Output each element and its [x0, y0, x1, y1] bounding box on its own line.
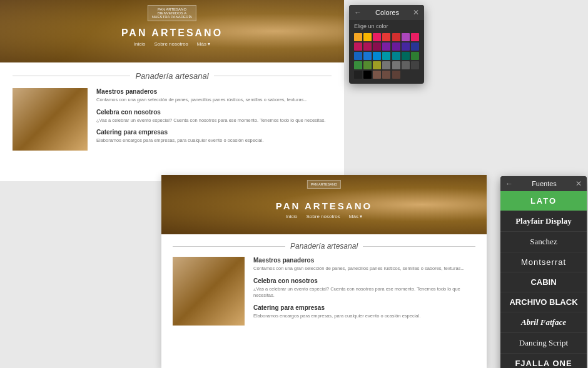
color-swatch[interactable]: [354, 61, 362, 69]
fg-item-2-desc: ¿Vas a celebrar un evento especial? Cuen…: [253, 286, 475, 299]
fonts-back-button[interactable]: ←: [505, 180, 513, 187]
font-item-dancing[interactable]: Dancing Script: [500, 333, 587, 354]
fonts-panel-title: Fuentes: [532, 180, 557, 187]
fg-nav-mas[interactable]: Más ▾: [349, 214, 362, 219]
colors-panel-header: ← Colores ✕: [349, 5, 424, 20]
color-swatch[interactable]: [382, 33, 390, 41]
fg-item-3-title: Catering para empresas: [253, 304, 475, 311]
color-swatch[interactable]: [402, 33, 410, 41]
color-swatch[interactable]: [382, 52, 390, 60]
fg-item-3-desc: Elaboramos encargos para empresas, para …: [253, 313, 475, 320]
color-swatch[interactable]: [363, 33, 372, 41]
colors-panel-title: Colores: [375, 9, 399, 16]
color-swatch[interactable]: [411, 33, 419, 41]
fg-item-1-title: Maestros panaderos: [253, 257, 475, 264]
color-swatch[interactable]: [392, 71, 400, 79]
fonts-close-button[interactable]: ✕: [575, 180, 582, 187]
color-swatch[interactable]: [392, 52, 400, 60]
color-swatch[interactable]: [411, 42, 419, 51]
color-swatch[interactable]: [363, 71, 372, 79]
bg-section-title: Panadería artesanal: [13, 71, 332, 81]
bg-item-1-desc: Contamos con una gran selección de panes…: [96, 97, 332, 104]
color-swatch[interactable]: [354, 33, 362, 41]
color-swatch[interactable]: [373, 33, 381, 41]
fonts-panel: ← Fuentes ✕ LATOPlayfair DisplaySanchezM…: [500, 176, 587, 368]
fg-text-items: Maestros panaderos Contamos con una gran…: [253, 257, 475, 326]
color-swatch[interactable]: [363, 42, 372, 51]
bg-text-items: Maestros panaderos Contamos con una gran…: [96, 88, 332, 151]
font-item-archivo-black[interactable]: ARCHIVO BLACK: [500, 292, 587, 312]
color-swatch[interactable]: [373, 61, 381, 69]
font-item-abril[interactable]: Abril Fatface: [500, 312, 587, 333]
fg-nav-inicio[interactable]: Inicio: [286, 214, 298, 219]
color-swatch[interactable]: [411, 61, 419, 69]
bg-nav-mas[interactable]: Más ▾: [197, 41, 210, 47]
color-swatch[interactable]: [363, 61, 372, 69]
color-swatch[interactable]: [382, 61, 390, 69]
font-item-lato[interactable]: LATO: [500, 191, 587, 211]
color-swatch[interactable]: [402, 61, 410, 69]
colors-close-button[interactable]: ✕: [413, 9, 419, 16]
color-swatch[interactable]: [354, 42, 362, 51]
bg-hero-badge: PAN ARTESANO BIENVENIDOS A NUESTRA PANAD…: [148, 5, 196, 21]
fg-item-1-desc: Contamos con una gran selección de panes…: [253, 266, 475, 272]
bg-nav-sobre[interactable]: Sobre nosotros: [155, 41, 188, 47]
colors-back-button[interactable]: ←: [354, 9, 362, 16]
bg-item-3-desc: Elaboramos encargos para empresas, para …: [96, 137, 332, 144]
color-swatch[interactable]: [354, 71, 362, 79]
color-grid: [349, 32, 424, 84]
color-swatch[interactable]: [354, 52, 362, 60]
color-swatch[interactable]: [402, 42, 410, 51]
bg-item-2-title: Celebra con nosotros: [96, 109, 332, 116]
colors-panel: ← Colores ✕ Elige un color: [349, 5, 424, 84]
color-swatch[interactable]: [363, 52, 372, 60]
bg-hero-nav: Inicio Sobre nosotros Más ▾: [134, 41, 210, 47]
font-item-cabin[interactable]: CABIN: [500, 272, 587, 292]
fg-hero: PAN ARTESANO PAN ARTESANO Inicio Sobre n…: [161, 175, 487, 234]
fg-two-col: Maestros panaderos Contamos con una gran…: [173, 257, 475, 326]
bg-hero-title: PAN ARTESANO: [121, 27, 223, 39]
fg-hero-title: PAN ARTESANO: [276, 201, 372, 211]
bg-image: [13, 88, 88, 151]
color-swatch[interactable]: [392, 33, 400, 41]
font-list: LATOPlayfair DisplaySanchezMontserratCAB…: [500, 191, 587, 368]
font-item-playfair[interactable]: Playfair Display: [500, 211, 587, 232]
fg-hero-nav: Inicio Sobre nosotros Más ▾: [286, 214, 362, 219]
fg-item-2-title: Celebra con nosotros: [253, 277, 475, 284]
color-swatch[interactable]: [392, 42, 400, 51]
bg-item-1-title: Maestros panaderos: [96, 88, 332, 95]
font-item-sanchez[interactable]: Sanchez: [500, 232, 587, 252]
color-swatch[interactable]: [382, 42, 390, 51]
bg-website: PAN ARTESANO BIENVENIDOS A NUESTRA PANAD…: [0, 0, 344, 181]
bg-hero: PAN ARTESANO BIENVENIDOS A NUESTRA PANAD…: [0, 0, 344, 62]
font-item-montserrat[interactable]: Montserrat: [500, 252, 587, 272]
font-item-fjalla[interactable]: FJALLA ONE: [500, 354, 587, 368]
fg-content: Panadería artesanal Maestros panaderos C…: [161, 234, 487, 333]
color-swatch[interactable]: [392, 61, 400, 69]
bg-content: Panadería artesanal Maestros panaderos C…: [0, 62, 344, 159]
color-swatch[interactable]: [373, 71, 381, 79]
fg-hero-badge: PAN ARTESANO: [307, 180, 341, 189]
fg-website: PAN ARTESANO PAN ARTESANO Inicio Sobre n…: [161, 175, 487, 368]
color-swatch[interactable]: [382, 71, 390, 79]
colors-subtitle: Elige un color: [349, 20, 424, 32]
color-swatch[interactable]: [373, 42, 381, 51]
fg-nav-sobre[interactable]: Sobre nosotros: [307, 214, 340, 219]
bg-item-3-title: Catering para empresas: [96, 129, 332, 136]
fg-image: [173, 257, 245, 326]
color-swatch[interactable]: [402, 52, 410, 60]
color-swatch[interactable]: [411, 52, 419, 60]
bg-nav-inicio[interactable]: Inicio: [134, 41, 146, 47]
bg-two-col: Maestros panaderos Contamos con una gran…: [13, 88, 332, 151]
fg-section-title: Panadería artesanal: [173, 242, 475, 251]
color-swatch[interactable]: [373, 52, 381, 60]
bg-item-2-desc: ¿Vas a celebrar un evento especial? Cuen…: [96, 117, 332, 124]
fonts-panel-header: ← Fuentes ✕: [500, 176, 587, 191]
